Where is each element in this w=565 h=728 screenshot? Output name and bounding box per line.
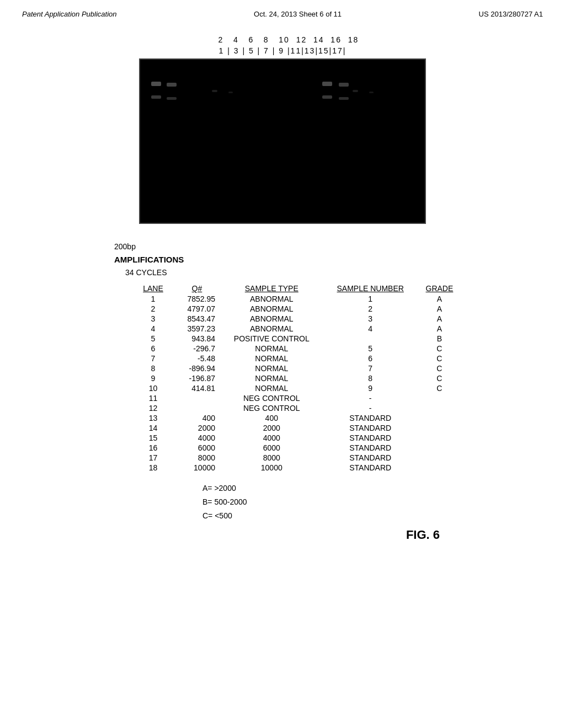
cell-q: 2000 [174,423,220,433]
table-row: 24797.07ABNORMAL2A [103,304,462,314]
cell-lane: 8 [103,363,174,373]
cell-lane: 11 [103,393,174,403]
cell-q [174,403,220,413]
lane-row-odd: 1 | 3 | 5 | 7 | 9 |11|13|15|17| [219,46,347,57]
cell-sample-type: NORMAL [220,373,324,383]
cell-lane: 6 [103,344,174,354]
cell-grade [417,403,462,413]
table-row: 11NEG CONTROL- [103,393,462,403]
cell-sample-type: 8000 [220,453,324,463]
table-row: 6-296.7NORMAL5C [103,344,462,354]
cell-grade: A [417,294,462,304]
cell-grade [417,423,462,433]
cell-sample-type: ABNORMAL [220,304,324,314]
table-row: 9-196.87NORMAL8C [103,373,462,383]
cell-sample-number: 6 [324,354,417,363]
cell-lane: 15 [103,433,174,443]
header-date-sheet: Oct. 24, 2013 Sheet 6 of 11 [254,10,342,18]
cell-q: -296.7 [174,344,220,354]
cell-sample-number: 2 [324,304,417,314]
cell-grade: A [417,314,462,324]
data-table: LANE Q# SAMPLE TYPE SAMPLE NUMBER GRADE … [103,281,462,473]
cell-grade: A [417,324,462,334]
cell-sample-type: NEG CONTROL [220,403,324,413]
cell-sample-number: - [324,393,417,403]
cell-q: 400 [174,413,220,423]
table-row: 181000010000STANDARD [103,463,462,473]
table-row: 10414.81NORMAL9C [103,383,462,393]
cell-sample-type: NEG CONTROL [220,393,324,403]
table-row: 7-5.48NORMAL6C [103,354,462,363]
cell-sample-type: ABNORMAL [220,314,324,324]
cell-lane: 13 [103,413,174,423]
lane-numbers: 2 4 6 8 10 12 14 16 18 1 | 3 | 5 | 7 | 9… [206,35,359,56]
cell-sample-type: NORMAL [220,383,324,393]
cell-sample-type: NORMAL [220,363,324,373]
cell-sample-number: 5 [324,344,417,354]
cell-q: 10000 [174,463,220,473]
cell-sample-type: ABNORMAL [220,294,324,304]
cell-q: 7852.95 [174,294,220,304]
cell-sample-number: STANDARD [324,423,417,433]
cell-grade [417,453,462,463]
table-row: 13400400STANDARD [103,413,462,423]
fig-row: FIG. 6 [103,528,462,542]
cell-sample-number: 9 [324,383,417,393]
cell-sample-type: NORMAL [220,344,324,354]
cell-sample-type: POSITIVE CONTROL [220,334,324,344]
col-label-q: Q# [174,283,220,294]
cell-grade: C [417,354,462,363]
cell-lane: 7 [103,354,174,363]
cell-sample-number: STANDARD [324,463,417,473]
cell-q: 3597.23 [174,324,220,334]
col-label-sample-type: SAMPLE TYPE [220,283,324,294]
col-label-grade: GRADE [417,283,462,294]
cell-grade [417,463,462,473]
col-label-lane: LANE [103,283,174,294]
cell-grade: B [417,334,462,344]
cell-sample-number: STANDARD [324,433,417,443]
cell-grade [417,413,462,423]
cell-sample-type: 4000 [220,433,324,443]
col-label-sample-number: SAMPLE NUMBER [324,283,417,294]
cell-lane: 10 [103,383,174,393]
cell-lane: 14 [103,423,174,433]
lane-row-even: 2 4 6 8 10 12 14 16 18 [212,35,359,46]
cell-sample-type: NORMAL [220,354,324,363]
label-200bp: 200bp [114,240,462,253]
cell-sample-number: 3 [324,314,417,324]
cell-grade: A [417,304,462,314]
cell-sample-number: - [324,403,417,413]
cell-lane: 9 [103,373,174,383]
cell-sample-number [324,334,417,344]
cell-q: -196.87 [174,373,220,383]
header-patent-number: US 2013/280727 A1 [479,10,543,18]
gel-image [139,58,426,224]
cell-q: 414.81 [174,383,220,393]
figure-label: FIG. 6 [406,528,440,542]
cell-q: 4000 [174,433,220,443]
cell-lane: 5 [103,334,174,344]
cell-lane: 18 [103,463,174,473]
cell-sample-type: 400 [220,413,324,423]
cell-lane: 17 [103,453,174,463]
table-row: 1540004000STANDARD [103,433,462,443]
cell-lane: 3 [103,314,174,324]
table-row: 12NEG CONTROL- [103,403,462,413]
cell-grade [417,393,462,403]
table-body: 17852.95ABNORMAL1A24797.07ABNORMAL2A3854… [103,294,462,473]
cell-grade: C [417,363,462,373]
table-row: 1420002000STANDARD [103,423,462,433]
cell-q [174,393,220,403]
cell-lane: 4 [103,324,174,334]
content-area: 2 4 6 8 10 12 14 16 18 1 | 3 | 5 | 7 | 9… [0,24,565,564]
legend-a: A= >2000 [202,481,462,495]
table-row: 1780008000STANDARD [103,453,462,463]
cell-lane: 12 [103,403,174,413]
cell-sample-number: 7 [324,363,417,373]
page-header: Patent Application Publication Oct. 24, … [0,0,565,24]
cell-sample-number: 4 [324,324,417,334]
legend-b: B= 500-2000 [202,495,462,509]
cell-lane: 1 [103,294,174,304]
cell-lane: 16 [103,443,174,453]
